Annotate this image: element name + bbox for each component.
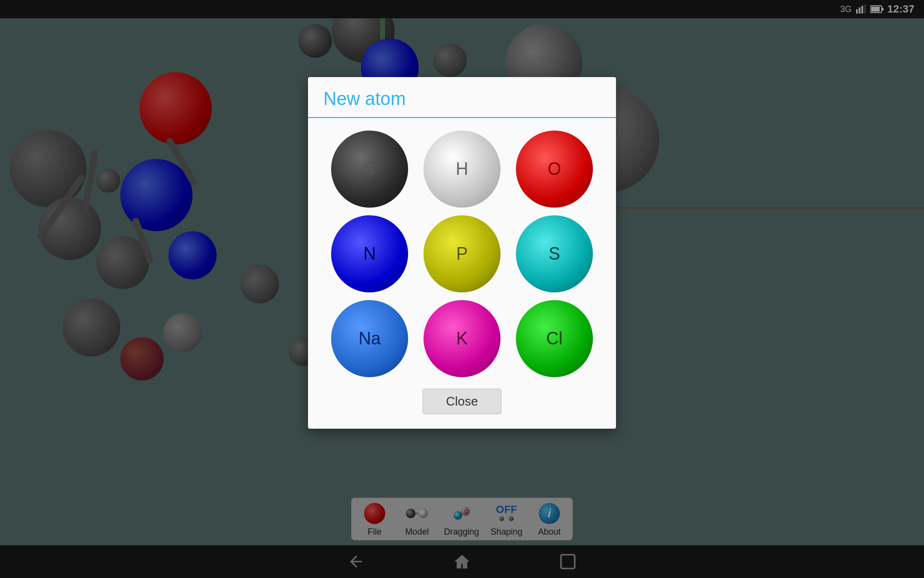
atom-button-P[interactable]: P	[424, 215, 500, 292]
atom-button-Na[interactable]: Na	[331, 300, 408, 377]
dialog-title: New atom	[308, 77, 616, 117]
atoms-grid: C H O N P S Na K Cl	[308, 123, 616, 387]
atom-button-K[interactable]: K	[424, 300, 500, 377]
atom-button-N[interactable]: N	[331, 215, 408, 292]
atom-button-O[interactable]: O	[516, 131, 593, 208]
close-button-wrap: Close	[308, 389, 616, 414]
atom-button-C[interactable]: C	[331, 131, 408, 208]
dialog-divider	[308, 117, 616, 118]
new-atom-dialog: New atom C H O N P S Na K Cl Close	[308, 77, 616, 429]
close-button[interactable]: Close	[423, 389, 501, 414]
atom-button-S[interactable]: S	[516, 215, 593, 292]
atom-button-Cl[interactable]: Cl	[516, 300, 593, 377]
atom-button-H[interactable]: H	[424, 131, 500, 208]
